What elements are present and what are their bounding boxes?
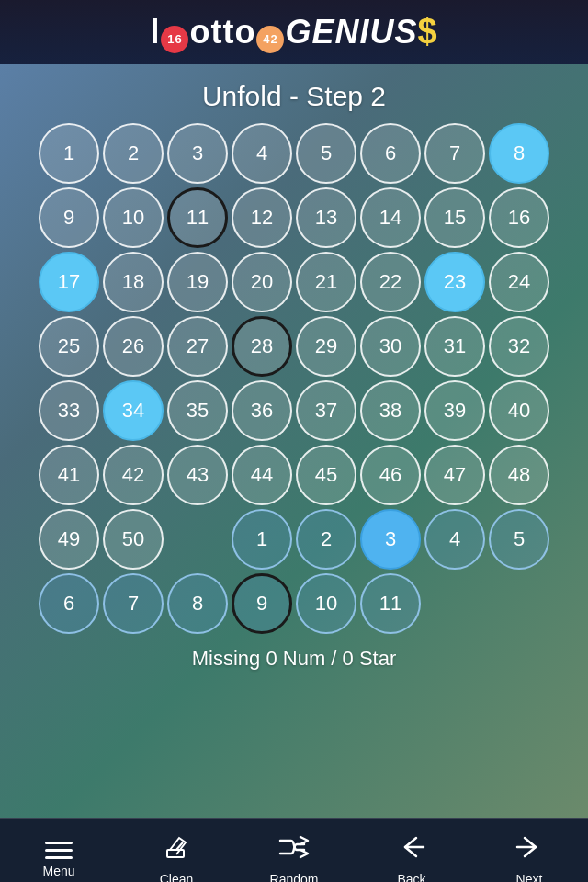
next-label: Next bbox=[516, 872, 543, 883]
ball-32[interactable]: 32 bbox=[489, 316, 549, 377]
ball-48[interactable]: 48 bbox=[489, 445, 549, 505]
ball-20[interactable]: 20 bbox=[232, 252, 292, 312]
ball-47[interactable]: 47 bbox=[424, 445, 485, 505]
grid-row-1: 1 2 3 4 5 6 7 8 bbox=[39, 123, 549, 184]
random-icon bbox=[278, 833, 310, 867]
logo-genius: GENIUS bbox=[285, 13, 417, 51]
grid-row-8: 6 7 8 9 10 11 bbox=[39, 573, 549, 634]
ball-38[interactable]: 38 bbox=[360, 380, 421, 441]
main-content: Unfold - Step 2 1 2 3 4 5 6 7 8 9 10 11 … bbox=[0, 64, 588, 818]
menu-button[interactable]: Menu bbox=[8, 828, 109, 883]
ball-14[interactable]: 14 bbox=[360, 187, 421, 248]
star-ball-8[interactable]: 8 bbox=[167, 573, 228, 634]
ball-43[interactable]: 43 bbox=[167, 445, 228, 505]
ball-24[interactable]: 24 bbox=[489, 252, 549, 312]
ball-31[interactable]: 31 bbox=[424, 316, 485, 377]
grid-row-4: 25 26 27 28 29 30 31 32 bbox=[39, 316, 549, 377]
logo-l: l bbox=[150, 13, 160, 51]
ball-13[interactable]: 13 bbox=[296, 187, 356, 248]
ball-42[interactable]: 42 bbox=[103, 445, 164, 505]
app-header: l16otto42GENIUS$ bbox=[0, 0, 588, 64]
toolbar: Menu Clean Random bbox=[0, 818, 588, 882]
star-ball-10[interactable]: 10 bbox=[296, 573, 356, 634]
star-ball-7[interactable]: 7 bbox=[103, 573, 164, 634]
clean-button[interactable]: Clean bbox=[126, 828, 227, 883]
ball-23[interactable]: 23 bbox=[424, 252, 485, 312]
empty-cell-3 bbox=[489, 573, 549, 634]
grid-row-5: 33 34 35 36 37 38 39 40 bbox=[39, 380, 549, 441]
ball-8[interactable]: 8 bbox=[489, 123, 549, 184]
number-grid: 1 2 3 4 5 6 7 8 9 10 11 12 13 14 15 16 1… bbox=[39, 123, 549, 634]
ball-28[interactable]: 28 bbox=[232, 316, 292, 377]
menu-label: Menu bbox=[42, 864, 74, 878]
random-button[interactable]: Random bbox=[243, 828, 345, 883]
app-logo: l16otto42GENIUS$ bbox=[150, 12, 437, 53]
ball-37[interactable]: 37 bbox=[296, 380, 356, 441]
ball-11[interactable]: 11 bbox=[167, 187, 228, 248]
next-icon bbox=[514, 833, 545, 867]
star-ball-5[interactable]: 5 bbox=[489, 509, 549, 570]
random-label: Random bbox=[270, 872, 319, 883]
ball-26[interactable]: 26 bbox=[103, 316, 164, 377]
ball-33[interactable]: 33 bbox=[39, 380, 99, 441]
ball-2[interactable]: 2 bbox=[103, 123, 164, 184]
star-ball-9[interactable]: 9 bbox=[232, 573, 292, 634]
ball-10[interactable]: 10 bbox=[103, 187, 164, 248]
ball-19[interactable]: 19 bbox=[167, 252, 228, 312]
ball-18[interactable]: 18 bbox=[103, 252, 164, 312]
clean-label: Clean bbox=[160, 872, 194, 883]
ball-34[interactable]: 34 bbox=[103, 380, 164, 441]
ball-15[interactable]: 15 bbox=[424, 187, 485, 248]
ball-46[interactable]: 46 bbox=[360, 445, 421, 505]
ball-40[interactable]: 40 bbox=[489, 380, 549, 441]
star-ball-3[interactable]: 3 bbox=[360, 509, 421, 570]
ball-39[interactable]: 39 bbox=[424, 380, 485, 441]
star-ball-4[interactable]: 4 bbox=[424, 509, 485, 570]
ball-44[interactable]: 44 bbox=[232, 445, 292, 505]
ball-4[interactable]: 4 bbox=[232, 123, 292, 184]
logo-dollar: $ bbox=[417, 12, 437, 51]
star-ball-1[interactable]: 1 bbox=[232, 509, 292, 570]
back-button[interactable]: Back bbox=[361, 828, 462, 883]
star-ball-2[interactable]: 2 bbox=[296, 509, 356, 570]
ball-1[interactable]: 1 bbox=[39, 123, 99, 184]
logo-otto: otto bbox=[189, 13, 255, 51]
ball-35[interactable]: 35 bbox=[167, 380, 228, 441]
ball-17[interactable]: 17 bbox=[39, 252, 99, 312]
clean-icon bbox=[163, 833, 190, 867]
ball-36[interactable]: 36 bbox=[232, 380, 292, 441]
star-ball-11[interactable]: 11 bbox=[360, 573, 421, 634]
ball-27[interactable]: 27 bbox=[167, 316, 228, 377]
grid-row-7: 49 50 1 2 3 4 5 bbox=[39, 509, 549, 570]
svg-rect-0 bbox=[167, 850, 184, 857]
ball-6[interactable]: 6 bbox=[360, 123, 421, 184]
ball-3[interactable]: 3 bbox=[167, 123, 228, 184]
grid-row-3: 17 18 19 20 21 22 23 24 bbox=[39, 252, 549, 312]
back-icon bbox=[396, 833, 427, 867]
ball-45[interactable]: 45 bbox=[296, 445, 356, 505]
ball-12[interactable]: 12 bbox=[232, 187, 292, 248]
logo-ball-42: 42 bbox=[256, 26, 284, 53]
grid-row-2: 9 10 11 12 13 14 15 16 bbox=[39, 187, 549, 248]
next-button[interactable]: Next bbox=[479, 828, 580, 883]
ball-16[interactable]: 16 bbox=[489, 187, 549, 248]
empty-cell-2 bbox=[424, 573, 485, 634]
empty-cell-1 bbox=[167, 509, 228, 570]
ball-25[interactable]: 25 bbox=[39, 316, 99, 377]
ball-41[interactable]: 41 bbox=[39, 445, 99, 505]
missing-text: Missing 0 Num / 0 Star bbox=[192, 647, 397, 671]
star-ball-6[interactable]: 6 bbox=[39, 573, 99, 634]
menu-icon bbox=[45, 842, 73, 859]
step-title: Unfold - Step 2 bbox=[202, 81, 386, 112]
logo-ball-16: 16 bbox=[161, 26, 188, 53]
ball-50[interactable]: 50 bbox=[103, 509, 164, 570]
ball-7[interactable]: 7 bbox=[424, 123, 485, 184]
ball-21[interactable]: 21 bbox=[296, 252, 356, 312]
ball-22[interactable]: 22 bbox=[360, 252, 421, 312]
ball-30[interactable]: 30 bbox=[360, 316, 421, 377]
ball-5[interactable]: 5 bbox=[296, 123, 356, 184]
back-label: Back bbox=[397, 872, 425, 883]
ball-29[interactable]: 29 bbox=[296, 316, 356, 377]
ball-49[interactable]: 49 bbox=[39, 509, 99, 570]
ball-9[interactable]: 9 bbox=[39, 187, 99, 248]
